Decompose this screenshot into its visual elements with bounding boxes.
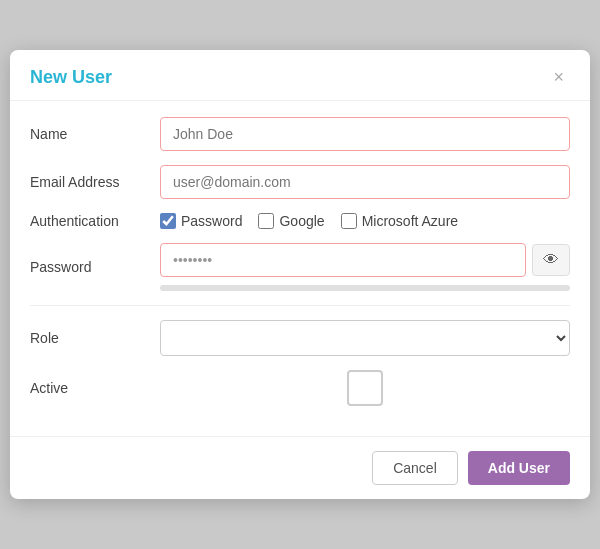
add-user-button[interactable]: Add User bbox=[468, 451, 570, 485]
auth-option-password[interactable]: Password bbox=[160, 213, 242, 229]
password-input-wrap: 👁 bbox=[160, 243, 570, 291]
auth-option-azure[interactable]: Microsoft Azure bbox=[341, 213, 458, 229]
password-strength-bar bbox=[160, 285, 570, 291]
auth-option-password-label: Password bbox=[181, 213, 242, 229]
modal-header: New User × bbox=[10, 50, 590, 101]
password-field-row: 👁 bbox=[160, 243, 570, 277]
divider bbox=[30, 305, 570, 306]
active-checkbox-wrap bbox=[160, 370, 570, 406]
modal-title: New User bbox=[30, 67, 112, 88]
auth-checkbox-google[interactable] bbox=[258, 213, 274, 229]
active-label: Active bbox=[30, 380, 160, 396]
auth-options: Password Google Microsoft Azure bbox=[160, 213, 458, 229]
role-row: Role bbox=[30, 320, 570, 356]
auth-option-google[interactable]: Google bbox=[258, 213, 324, 229]
password-label: Password bbox=[30, 259, 160, 275]
active-checkbox[interactable] bbox=[347, 370, 383, 406]
close-button[interactable]: × bbox=[547, 66, 570, 88]
name-label: Name bbox=[30, 126, 160, 142]
toggle-password-button[interactable]: 👁 bbox=[532, 244, 570, 276]
eye-icon: 👁 bbox=[543, 251, 559, 268]
role-select[interactable] bbox=[160, 320, 570, 356]
modal-footer: Cancel Add User bbox=[10, 436, 590, 499]
auth-option-azure-label: Microsoft Azure bbox=[362, 213, 458, 229]
email-input[interactable] bbox=[160, 165, 570, 199]
password-row: Password 👁 bbox=[30, 243, 570, 291]
modal-body: Name Email Address Authentication Pas bbox=[10, 101, 590, 436]
auth-option-google-label: Google bbox=[279, 213, 324, 229]
role-label: Role bbox=[30, 330, 160, 346]
email-label: Email Address bbox=[30, 174, 160, 190]
email-input-wrap bbox=[160, 165, 570, 199]
modal-overlay: New User × Name Email Address Authent bbox=[0, 0, 600, 549]
auth-row: Authentication Password Google Microsoft… bbox=[30, 213, 570, 229]
password-input[interactable] bbox=[160, 243, 526, 277]
auth-label: Authentication bbox=[30, 213, 160, 229]
name-row: Name bbox=[30, 117, 570, 151]
new-user-modal: New User × Name Email Address Authent bbox=[10, 50, 590, 499]
auth-checkbox-azure[interactable] bbox=[341, 213, 357, 229]
auth-checkbox-password[interactable] bbox=[160, 213, 176, 229]
active-row: Active bbox=[30, 370, 570, 406]
name-input[interactable] bbox=[160, 117, 570, 151]
role-select-wrap bbox=[160, 320, 570, 356]
cancel-button[interactable]: Cancel bbox=[372, 451, 458, 485]
email-row: Email Address bbox=[30, 165, 570, 199]
name-input-wrap bbox=[160, 117, 570, 151]
